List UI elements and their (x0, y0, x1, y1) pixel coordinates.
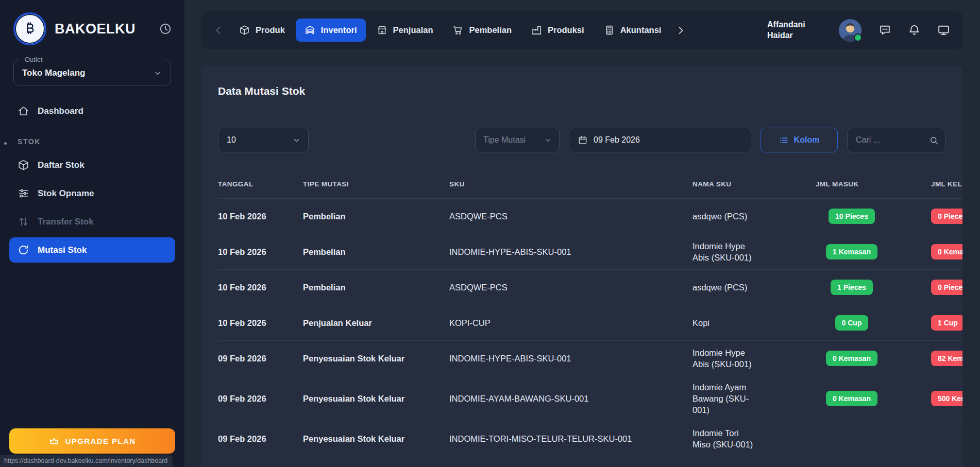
online-status-dot (854, 33, 862, 42)
topbar: Produk Inventori Penjualan Pembelian Pro (201, 11, 962, 49)
jml-masuk-badge: 0 Kemasan (826, 391, 877, 406)
chat-button[interactable] (878, 24, 891, 37)
section-label-text: STOK (18, 137, 41, 146)
search-box (847, 128, 946, 152)
col-jml-keluar: JML KELUAR (931, 180, 962, 188)
col-nama-sku: NAMA SKU (692, 180, 816, 188)
tab-label: Produksi (548, 25, 584, 35)
mutasi-stok-table: TANGGAL TIPE MUTASI SKU NAMA SKU JML MAS… (218, 167, 962, 456)
chevron-left-icon (213, 25, 224, 36)
cell-tanggal: 10 Feb 2026 (218, 283, 303, 292)
calendar-icon (578, 135, 588, 145)
brand-row: BAKOELKU (0, 0, 184, 53)
user-name[interactable]: Affandani Haidar (767, 20, 819, 41)
outlet-selector[interactable]: Outlet Toko Magelang (13, 60, 171, 85)
tab-akuntansi[interactable]: Akuntansi (595, 19, 670, 42)
display-mode-button[interactable] (937, 24, 950, 37)
chevron-down-icon (292, 136, 301, 145)
date-picker[interactable]: 09 Feb 2026 (569, 128, 751, 152)
cell-tipe: Penyesuaian Stok Keluar (303, 394, 449, 404)
cell-jml-keluar: 500 Kemasan (931, 391, 962, 406)
cell-jml-masuk: 0 Kemasan (816, 391, 931, 406)
storefront-icon (377, 25, 387, 36)
cell-tipe: Penyesuaian Stok Keluar (303, 434, 449, 444)
cell-sku: KOPI-CUP (449, 318, 692, 328)
sidebar-section-stok: STOK (0, 125, 184, 151)
jml-keluar-badge: 0 Pieces (931, 209, 962, 224)
tipe-mutasi-placeholder: Tipe Mutasi (483, 135, 526, 145)
calculator-icon (604, 25, 615, 36)
notifications-button[interactable] (908, 24, 921, 37)
table-row: 10 Feb 2026 Penjualan Keluar KOPI-CUP Ko… (218, 305, 962, 340)
table-row: 10 Feb 2026 Pembelian ASDQWE-PCS asdqwe … (218, 269, 962, 305)
sidebar-item-label: Stok Opname (38, 188, 94, 199)
avatar[interactable] (838, 19, 862, 42)
warehouse-icon (305, 25, 315, 36)
sidebar-item-mutasi-stok[interactable]: Mutasi Stok (9, 237, 175, 263)
col-tanggal: TANGGAL (218, 180, 303, 188)
page-size-select[interactable]: 10 (218, 128, 309, 152)
nav-scroll-right-button[interactable] (673, 23, 688, 38)
cell-sku: ASDQWE-PCS (449, 283, 692, 292)
chevron-right-icon (675, 25, 686, 36)
table-row: 09 Feb 2026 Penyesuaian Stok Keluar INDO… (218, 340, 962, 376)
sidebar-collapse-button[interactable] (159, 22, 172, 36)
brand-logo (13, 12, 46, 45)
sidebar-item-dashboard[interactable]: Dashboard (9, 98, 175, 124)
tab-label: Pembelian (469, 25, 512, 35)
sidebar-item-label: Daftar Stok (38, 160, 85, 170)
tab-label: Penjualan (393, 25, 433, 35)
cell-tanggal: 10 Feb 2026 (218, 318, 303, 328)
cell-jml-masuk: 1 Kemasan (816, 244, 931, 260)
table-row: 10 Feb 2026 Pembelian INDOMIE-HYPE-ABIS-… (218, 234, 962, 269)
jml-masuk-badge: 0 Cup (835, 315, 869, 331)
jml-masuk-badge: 0 Kemasan (826, 351, 877, 366)
section-bullet (4, 142, 7, 145)
cell-sku: INDOMIE-HYPE-ABIS-SKU-001 (449, 354, 692, 364)
cell-nama: Indomie Hype Abis (SKU-001) (692, 347, 816, 370)
table-row: 10 Feb 2026 Pembelian ASDQWE-PCS asdqwe … (218, 198, 962, 234)
cell-jml-keluar: 1 Cup (931, 315, 962, 331)
chevron-down-icon (153, 68, 162, 78)
sidebar-item-daftar-stok[interactable]: Daftar Stok (9, 152, 175, 178)
sidebar-item-transfer-stok[interactable]: Transfer Stok (9, 209, 175, 234)
app: BAKOELKU Outlet Toko Magelang Dashboard (0, 0, 980, 467)
tipe-mutasi-select[interactable]: Tipe Mutasi (475, 128, 560, 152)
sidebar-nav: Dashboard STOK Daftar Stok Stok Opname (0, 97, 184, 264)
clock-icon (159, 22, 172, 36)
cell-jml-masuk: 1 Pieces (816, 280, 931, 295)
cell-tanggal: 09 Feb 2026 (218, 394, 303, 404)
cell-tanggal: 10 Feb 2026 (218, 212, 303, 221)
crown-icon (49, 436, 59, 446)
tab-label: Produk (256, 25, 285, 35)
jml-masuk-badge: 10 Pieces (829, 209, 875, 224)
sliders-icon (18, 187, 29, 199)
tab-penjualan[interactable]: Penjualan (368, 19, 442, 42)
cell-jml-masuk: 0 Cup (816, 315, 931, 331)
tab-produk[interactable]: Produk (230, 19, 294, 42)
tab-produksi[interactable]: Produksi (522, 19, 593, 42)
cell-tipe: Pembelian (303, 247, 449, 257)
cell-jml-keluar: 0 Pieces (931, 209, 962, 224)
cell-tanggal: 09 Feb 2026 (218, 434, 303, 444)
table-filters: 10 Tipe Mutasi 09 Feb 2026 Kolom (201, 113, 962, 167)
upgrade-plan-button[interactable]: UPGRADE PLAN (9, 428, 175, 454)
jml-keluar-badge: 1 Cup (931, 315, 962, 331)
page-size-value: 10 (227, 135, 236, 145)
table-row: 09 Feb 2026 Penyesuaian Stok Keluar INDO… (218, 376, 962, 421)
kolom-button[interactable]: Kolom (761, 128, 838, 152)
tab-pembelian[interactable]: Pembelian (444, 19, 520, 42)
sidebar-item-stok-opname[interactable]: Stok Opname (9, 181, 175, 206)
tab-inventori[interactable]: Inventori (296, 19, 366, 42)
transfer-arrows-icon (18, 216, 29, 228)
status-url: https://dashboard-dev.bakoelku.com/inven… (0, 455, 173, 467)
search-input[interactable] (850, 135, 929, 145)
date-value: 09 Feb 2026 (594, 135, 640, 145)
list-icon (779, 135, 789, 145)
outlet-value: Toko Magelang (22, 68, 85, 78)
cell-jml-keluar: 0 Kemasan (931, 244, 962, 260)
home-icon (18, 105, 29, 117)
nav-scroll-left-button[interactable] (211, 23, 226, 38)
cell-sku: INDOMIE-TORI-MISO-TELUR-TELUR-SKU-001 (449, 434, 692, 444)
tab-label: Akuntansi (620, 25, 662, 35)
